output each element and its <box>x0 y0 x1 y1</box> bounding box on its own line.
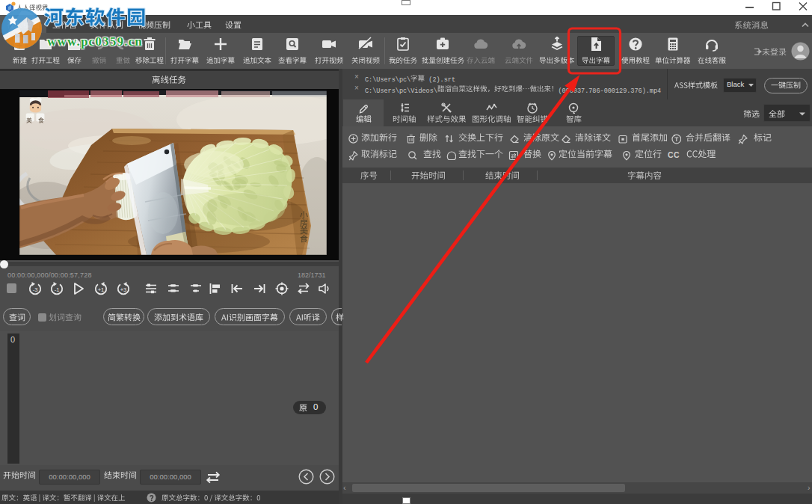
svg-text:+3: +3 <box>120 286 127 293</box>
svg-text:-3: -3 <box>33 286 38 293</box>
svg-text:-1: -1 <box>55 286 60 293</box>
svg-text:+1: +1 <box>98 286 105 293</box>
